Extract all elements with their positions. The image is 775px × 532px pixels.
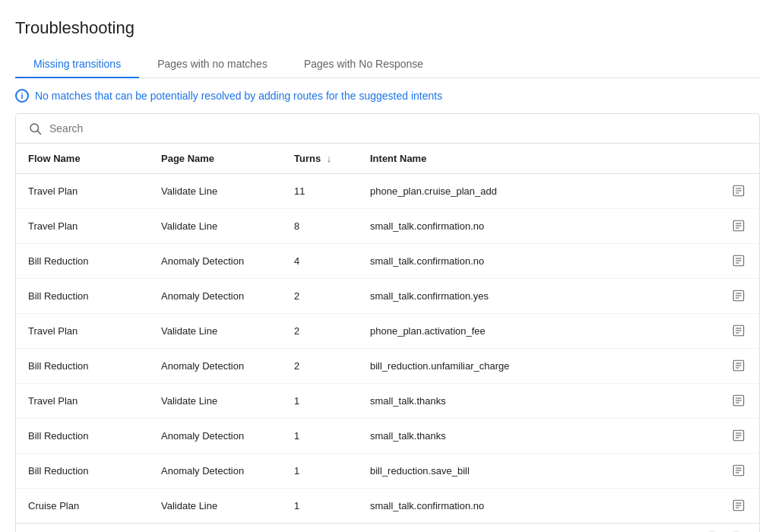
row-details-icon[interactable] [730,392,747,409]
tab-pages-no-matches[interactable]: Pages with no matches [139,50,286,78]
cell-intent-name: small_talk.confirmation.no [358,489,718,524]
cell-flow-name: Bill Reduction [16,349,149,384]
sort-arrow-icon: ↓ [327,153,332,164]
cell-action [718,209,759,244]
cell-turns: 1 [282,489,358,524]
row-details-icon[interactable] [730,182,747,199]
cell-page-name: Validate Line [149,314,282,349]
table-row: Bill Reduction Anomaly Detection 4 small… [16,244,759,279]
cell-action [718,279,759,314]
cell-page-name: Anomaly Detection [149,454,282,489]
row-details-icon[interactable] [730,217,747,234]
cell-turns: 2 [282,349,358,384]
cell-action [718,314,759,349]
table-header-row: Flow Name Page Name Turns ↓ Intent Name [16,144,759,174]
table-row: Bill Reduction Anomaly Detection 1 small… [16,419,759,454]
cell-turns: 8 [282,209,358,244]
table-row: Bill Reduction Anomaly Detection 2 small… [16,279,759,314]
svg-line-1 [37,131,40,134]
page-title: Troubleshooting [15,18,760,38]
col-header-turns[interactable]: Turns ↓ [282,144,358,174]
cell-flow-name: Travel Plan [16,174,149,209]
cell-page-name: Anomaly Detection [149,349,282,384]
row-details-icon[interactable] [730,427,747,444]
cell-turns: 2 [282,279,358,314]
tab-pages-no-response[interactable]: Pages with No Response [286,50,441,78]
col-header-action [718,144,759,174]
row-details-icon[interactable] [730,497,747,514]
page-container: Troubleshooting Missing transitions Page… [0,0,775,532]
cell-turns: 2 [282,314,358,349]
table-row: Travel Plan Validate Line 2 phone_plan.a… [16,314,759,349]
info-icon: i [15,89,29,103]
cell-flow-name: Bill Reduction [16,454,149,489]
table-row: Cruise Plan Validate Line 1 small_talk.c… [16,489,759,524]
row-details-icon[interactable] [730,322,747,339]
cell-action [718,244,759,279]
cell-page-name: Anomaly Detection [149,279,282,314]
search-row [16,114,759,144]
table-row: Bill Reduction Anomaly Detection 2 bill_… [16,349,759,384]
tab-missing-transitions[interactable]: Missing transitions [15,50,139,78]
cell-page-name: Validate Line [149,174,282,209]
cell-action [718,349,759,384]
tabs-bar: Missing transitions Pages with no matche… [15,50,760,78]
search-icon [28,122,42,135]
pagination-row: Items per page: 10 ▾ 1 - 10 of 11 ‹ › [16,523,759,532]
cell-intent-name: small_talk.thanks [358,419,718,454]
cell-page-name: Validate Line [149,489,282,524]
cell-flow-name: Bill Reduction [16,244,149,279]
cell-flow-name: Travel Plan [16,384,149,419]
col-header-page-name: Page Name [149,144,282,174]
cell-action [718,489,759,524]
cell-action [718,174,759,209]
cell-turns: 11 [282,174,358,209]
cell-intent-name: phone_plan.cruise_plan_add [358,174,718,209]
cell-page-name: Validate Line [149,384,282,419]
col-header-flow-name: Flow Name [16,144,149,174]
cell-intent-name: bill_reduction.save_bill [358,454,718,489]
table-row: Travel Plan Validate Line 1 small_talk.t… [16,384,759,419]
cell-flow-name: Travel Plan [16,314,149,349]
table-row: Travel Plan Validate Line 11 phone_plan.… [16,174,759,209]
cell-action [718,454,759,489]
cell-turns: 1 [282,384,358,419]
cell-flow-name: Bill Reduction [16,279,149,314]
row-details-icon[interactable] [730,252,747,269]
cell-intent-name: small_talk.confirmation.yes [358,279,718,314]
cell-page-name: Anomaly Detection [149,419,282,454]
cell-action [718,384,759,419]
search-input[interactable] [49,122,747,135]
cell-page-name: Validate Line [149,209,282,244]
info-text: No matches that can be potentially resol… [35,90,442,102]
cell-turns: 1 [282,419,358,454]
col-header-intent-name: Intent Name [358,144,718,174]
row-details-icon[interactable] [730,287,747,304]
cell-intent-name: bill_reduction.unfamiliar_charge [358,349,718,384]
cell-page-name: Anomaly Detection [149,244,282,279]
cell-intent-name: phone_plan.activation_fee [358,314,718,349]
cell-flow-name: Travel Plan [16,209,149,244]
cell-action [718,419,759,454]
cell-flow-name: Bill Reduction [16,419,149,454]
info-banner: i No matches that can be potentially res… [15,78,760,113]
table-body: Travel Plan Validate Line 11 phone_plan.… [16,174,759,524]
row-details-icon[interactable] [730,462,747,479]
data-table-container: Flow Name Page Name Turns ↓ Intent Name [15,113,760,532]
table-row: Travel Plan Validate Line 8 small_talk.c… [16,209,759,244]
cell-intent-name: small_talk.confirmation.no [358,244,718,279]
table-row: Bill Reduction Anomaly Detection 1 bill_… [16,454,759,489]
cell-intent-name: small_talk.confirmation.no [358,209,718,244]
cell-flow-name: Cruise Plan [16,489,149,524]
row-details-icon[interactable] [730,357,747,374]
cell-intent-name: small_talk.thanks [358,384,718,419]
data-table: Flow Name Page Name Turns ↓ Intent Name [16,144,759,523]
cell-turns: 4 [282,244,358,279]
cell-turns: 1 [282,454,358,489]
